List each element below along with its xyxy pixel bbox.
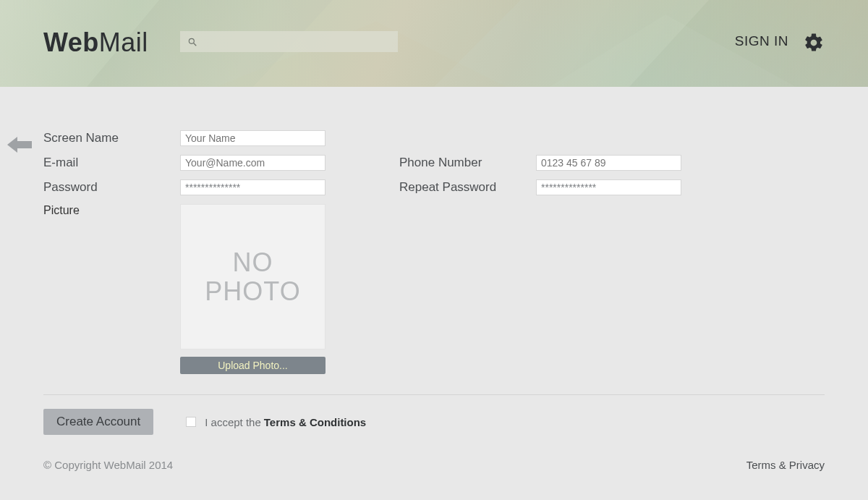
row-passwords: Password Repeat Password xyxy=(43,179,825,195)
search-input[interactable] xyxy=(197,36,398,48)
no-photo-line1: NO xyxy=(232,247,273,277)
gear-icon xyxy=(803,32,825,54)
photo-placeholder: NO PHOTO xyxy=(180,204,326,349)
repeat-password-label: Repeat Password xyxy=(399,180,536,195)
password-input[interactable] xyxy=(180,179,326,195)
signup-form: Screen Name E-mail Phone Number Password… xyxy=(43,130,825,374)
phone-input[interactable] xyxy=(536,155,681,171)
row-picture: Picture NO PHOTO Upload Photo... xyxy=(43,204,825,374)
settings-button[interactable] xyxy=(803,32,825,56)
terms-conditions-link[interactable]: Terms & Conditions xyxy=(264,416,366,428)
svg-marker-3 xyxy=(434,0,709,87)
svg-marker-9 xyxy=(7,137,32,153)
logo-light: Mail xyxy=(99,27,148,57)
repeat-password-input[interactable] xyxy=(536,179,681,195)
screen-name-input[interactable] xyxy=(180,130,326,146)
screen-name-label: Screen Name xyxy=(43,131,180,145)
row-screen-name: Screen Name xyxy=(43,130,825,146)
search-box[interactable] xyxy=(180,31,398,52)
row-email-phone: E-mail Phone Number xyxy=(43,155,825,171)
logo-bold: Web xyxy=(43,27,99,57)
accept-terms-wrap: I accept the Terms & Conditions xyxy=(186,416,366,428)
footer: © Copyright WebMail 2014 Terms & Privacy xyxy=(43,459,825,471)
header: WebMail SIGN IN xyxy=(0,0,868,87)
password-label: Password xyxy=(43,180,180,195)
bottom-row: Create Account I accept the Terms & Cond… xyxy=(43,409,825,435)
picture-column: NO PHOTO Upload Photo... xyxy=(180,204,326,374)
svg-point-7 xyxy=(189,38,194,43)
terms-privacy-link[interactable]: Terms & Privacy xyxy=(746,459,825,471)
upload-photo-button[interactable]: Upload Photo... xyxy=(180,357,326,374)
divider xyxy=(43,394,825,395)
back-button[interactable] xyxy=(7,135,32,157)
no-photo-text: NO PHOTO xyxy=(205,248,300,305)
phone-label: Phone Number xyxy=(399,156,536,170)
svg-line-8 xyxy=(194,43,197,46)
sign-in-link[interactable]: SIGN IN xyxy=(735,33,788,49)
arrow-left-icon xyxy=(7,135,32,154)
email-label: E-mail xyxy=(43,156,180,170)
accept-prefix: I accept the xyxy=(205,416,261,428)
logo: WebMail xyxy=(43,27,148,58)
create-account-button[interactable]: Create Account xyxy=(43,409,153,435)
picture-label: Picture xyxy=(43,204,180,217)
accept-terms-checkbox[interactable] xyxy=(186,417,196,427)
search-icon xyxy=(187,37,197,47)
copyright-text: © Copyright WebMail 2014 xyxy=(43,459,173,471)
email-input[interactable] xyxy=(180,155,326,171)
no-photo-line2: PHOTO xyxy=(205,276,300,306)
svg-marker-6 xyxy=(550,14,796,87)
